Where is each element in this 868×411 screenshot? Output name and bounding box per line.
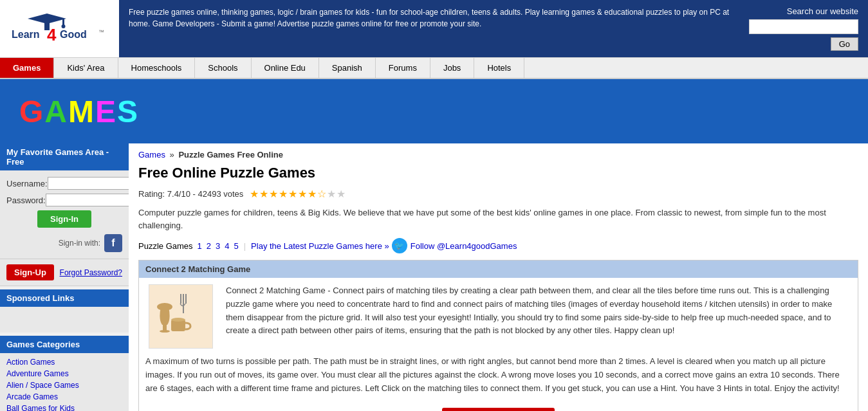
logo-area: Learn 4 Good ™ xyxy=(0,0,119,57)
nav-item-online-edu[interactable]: Online Edu xyxy=(252,58,319,78)
play-button-area: Click here to play xyxy=(139,401,858,411)
sponsored-content xyxy=(0,307,129,333)
tagline-text: Free puzzle games online, thinking games… xyxy=(129,8,729,28)
sign-in-with-area: Sign-in with: f xyxy=(6,234,122,252)
facebook-icon[interactable]: f xyxy=(104,234,122,252)
svg-point-15 xyxy=(171,318,185,322)
sidebar: My Favorite Games Area - Free Username: … xyxy=(0,143,129,411)
sign-in-button[interactable]: Sign-In xyxy=(37,210,91,228)
nav-item-jobs[interactable]: Jobs xyxy=(430,58,474,78)
search-area: Search our website Go xyxy=(739,0,868,57)
categories-header: Games Categories xyxy=(0,336,129,353)
game-content: Connect 2 Matching Game - Connect pairs … xyxy=(139,278,858,355)
pagination-page-4[interactable]: 4 xyxy=(225,241,229,251)
banner: GAMES xyxy=(0,79,868,143)
description-text: Computer puzzle games for children, teen… xyxy=(138,206,858,232)
svg-text:4: 4 xyxy=(47,25,57,44)
pagination-prefix: Puzzle Games xyxy=(138,241,193,251)
nav-item-homeschools[interactable]: Homeschools xyxy=(118,58,196,78)
breadcrumb-separator: » xyxy=(170,150,174,160)
nav-item-spanish[interactable]: Spanish xyxy=(319,58,376,78)
category-adventure-games[interactable]: Adventure Games xyxy=(6,368,122,379)
twitter-link[interactable]: Follow @Learn4goodGames xyxy=(411,241,517,251)
game-description-text: Connect 2 Matching Game - Connect pairs … xyxy=(226,284,851,349)
breadcrumb-home-link[interactable]: Games xyxy=(138,150,165,160)
svg-rect-12 xyxy=(180,294,181,304)
latest-puzzle-games-link[interactable]: Play the Latest Puzzle Games here » xyxy=(251,241,389,251)
game-thumbnail xyxy=(149,284,213,349)
main-content: Games » Puzzle Games Free Online Free On… xyxy=(129,143,868,411)
navigation: Games Kids' Area Homeschools Schools Onl… xyxy=(0,58,868,79)
signup-area: Sign-Up Forgot Password? xyxy=(0,259,129,286)
nav-item-hotels[interactable]: Hotels xyxy=(474,58,524,78)
svg-text:Learn: Learn xyxy=(12,29,40,40)
svg-rect-2 xyxy=(62,19,64,25)
pagination-separator: | xyxy=(244,241,246,251)
pagination-page-1[interactable]: 1 xyxy=(198,241,202,251)
breadcrumb: Games » Puzzle Games Free Online xyxy=(138,150,858,160)
sponsored-links-header: Sponsored Links xyxy=(0,289,129,307)
game-section-header: Connect 2 Matching Game xyxy=(139,260,858,278)
main-layout: My Favorite Games Area - Free Username: … xyxy=(0,143,868,411)
twitter-icon: 🐦 xyxy=(392,238,407,253)
password-row: Password: xyxy=(6,194,122,206)
categories-list: Action Games Adventure Games Alien / Spa… xyxy=(0,353,129,411)
category-ball-games[interactable]: Ball Games for Kids xyxy=(6,403,122,411)
game-section: Connect 2 Matching Game xyxy=(138,260,858,411)
username-label: Username: xyxy=(6,179,48,188)
logo[interactable]: Learn 4 Good ™ xyxy=(8,7,111,51)
category-action-games[interactable]: Action Games xyxy=(6,356,122,368)
page-title: Free Online Puzzle Games xyxy=(138,165,858,181)
username-row: Username: xyxy=(6,177,122,190)
nav-item-forums[interactable]: Forums xyxy=(376,58,430,78)
nav-item-schools[interactable]: Schools xyxy=(195,58,251,78)
header: Learn 4 Good ™ Free puzzle games online,… xyxy=(0,0,868,58)
rating-section: Rating: 7.4/10 - 42493 votes ★★★★★★★☆★★ xyxy=(138,188,858,200)
nav-item-games[interactable]: Games xyxy=(0,58,54,78)
sign-in-with-label: Sign-in with: xyxy=(59,239,100,248)
description-section: Computer puzzle games for children, teen… xyxy=(138,206,858,232)
nav-item-kids-area[interactable]: Kids' Area xyxy=(54,58,118,78)
pagination-row: Puzzle Games 1 2 3 4 5 | Play the Latest… xyxy=(138,238,858,253)
svg-rect-11 xyxy=(183,294,184,313)
svg-rect-13 xyxy=(185,294,187,304)
pagination-page-3[interactable]: 3 xyxy=(216,241,220,251)
star-rating: ★★★★★★★☆★★ xyxy=(250,188,346,200)
rating-text: Rating: 7.4/10 - 42493 votes xyxy=(138,189,243,199)
breadcrumb-current: Puzzle Games Free Online xyxy=(178,150,283,160)
svg-point-10 xyxy=(160,330,170,333)
category-alien-space-games[interactable]: Alien / Space Games xyxy=(6,379,122,391)
category-arcade-games[interactable]: Arcade Games xyxy=(6,391,122,403)
twitter-area: 🐦 Follow @Learn4goodGames xyxy=(392,238,517,253)
game-image xyxy=(145,284,216,349)
login-form: Username: Password: Sign-In Sign-in with… xyxy=(0,170,129,259)
svg-text:™: ™ xyxy=(98,29,104,35)
favorite-games-header: My Favorite Games Area - Free xyxy=(0,143,129,170)
svg-point-3 xyxy=(61,24,65,28)
search-label: Search our website xyxy=(787,6,858,16)
game-extra-text: A maximum of two turns is possible per p… xyxy=(139,355,858,401)
pagination-page-2[interactable]: 2 xyxy=(207,241,211,251)
svg-text:Good: Good xyxy=(60,29,87,40)
play-button[interactable]: Click here to play xyxy=(442,408,555,411)
tagline-area: Free puzzle games online, thinking games… xyxy=(119,0,739,57)
password-label: Password: xyxy=(6,196,46,205)
signup-button[interactable]: Sign-Up xyxy=(6,264,54,280)
search-input[interactable] xyxy=(749,19,858,34)
forgot-password-link[interactable]: Forgot Password? xyxy=(60,268,122,277)
pagination-page-5[interactable]: 5 xyxy=(234,241,238,251)
games-banner-title: GAMES xyxy=(19,94,139,129)
go-button[interactable]: Go xyxy=(831,37,858,51)
svg-marker-0 xyxy=(28,14,66,24)
